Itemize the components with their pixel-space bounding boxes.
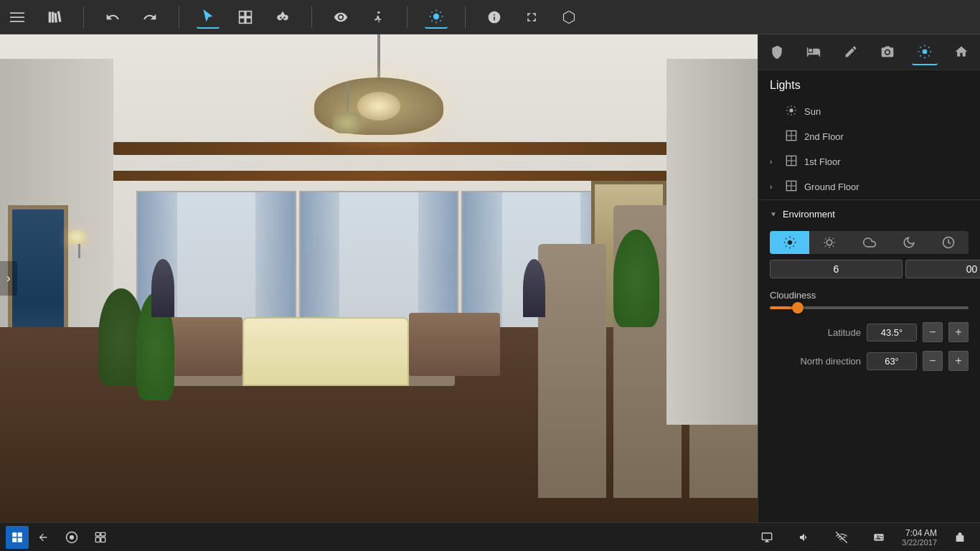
main-area: › Lights	[0, 34, 980, 522]
task-view-button[interactable]	[86, 526, 115, 549]
2nd-floor-label: 2nd Floor	[804, 131, 969, 142]
sun-light-label: Sun	[804, 106, 969, 117]
view-button[interactable]	[329, 6, 352, 29]
svg-rect-5	[54, 13, 57, 23]
svg-rect-8	[246, 11, 252, 17]
viewport[interactable]: ›	[0, 34, 758, 522]
taskbar: 7:04 AM 3/22/2017	[0, 522, 980, 551]
back-button[interactable]	[29, 526, 57, 549]
svg-rect-40	[101, 537, 105, 542]
ceiling-beam-2	[76, 171, 682, 181]
svg-line-19	[432, 20, 433, 21]
sofa	[242, 317, 409, 385]
light-item-ground-floor[interactable]: › Ground Floor	[758, 174, 980, 199]
svg-point-21	[922, 49, 927, 54]
svg-rect-0	[10, 12, 24, 14]
svg-rect-1	[10, 17, 24, 18]
date-display: 3/22/2017	[902, 538, 937, 547]
svg-point-36	[70, 535, 74, 540]
latitude-row: Latitude − +	[758, 318, 980, 347]
camera-tool-btn[interactable]	[875, 39, 900, 65]
sun-button[interactable]	[425, 6, 448, 29]
time-display: 7:04 AM	[902, 528, 937, 538]
cut-button[interactable]	[271, 6, 294, 29]
light-item-2nd-floor[interactable]: 2nd Floor	[758, 124, 980, 149]
lights-section-title: Lights	[758, 70, 980, 99]
environment-header[interactable]: ▼ Environment	[758, 200, 980, 228]
scene-background	[0, 34, 758, 522]
right-panel-toolbar	[758, 34, 980, 70]
furniture-tool-btn[interactable]	[801, 39, 826, 65]
svg-point-12	[433, 13, 439, 19]
paint-tool-btn[interactable]	[838, 39, 864, 65]
ground-floor-label: Ground Floor	[804, 182, 969, 192]
svg-line-15	[432, 11, 433, 12]
time-inputs	[770, 260, 969, 278]
cloudiness-slider[interactable]	[770, 306, 969, 309]
north-direction-input[interactable]	[867, 352, 917, 370]
undo-button[interactable]	[101, 6, 124, 29]
svg-rect-10	[246, 17, 252, 23]
light-item-sun[interactable]: Sun	[758, 99, 980, 124]
start-button[interactable]	[6, 526, 29, 549]
svg-rect-9	[240, 17, 245, 23]
north-minus-btn[interactable]: −	[923, 351, 943, 371]
select-tool-button[interactable]	[197, 6, 220, 29]
1st-floor-light-icon	[786, 155, 797, 169]
latitude-input[interactable]	[867, 324, 917, 342]
north-direction-row: North direction − +	[758, 347, 980, 375]
taskbar-time-date: 7:04 AM 3/22/2017	[902, 528, 937, 547]
toolbar-sep-4	[407, 6, 407, 28]
monitor-icon[interactable]	[753, 526, 781, 549]
dining-chair-3	[538, 244, 606, 498]
chair-1	[166, 317, 242, 376]
latitude-plus-btn[interactable]: +	[948, 322, 969, 342]
notifications-icon[interactable]	[946, 526, 974, 549]
walk-button[interactable]	[367, 6, 390, 29]
svg-rect-7	[240, 11, 245, 17]
north-direction-label: North direction	[770, 356, 861, 367]
toolbar-sep-2	[179, 6, 179, 28]
info-button[interactable]	[483, 6, 506, 29]
svg-rect-4	[52, 11, 54, 22]
network-icon[interactable]	[827, 526, 856, 549]
layout-button[interactable]	[234, 6, 257, 29]
latitude-minus-btn[interactable]: −	[923, 322, 943, 342]
time-minute-input[interactable]	[905, 260, 980, 278]
fullscreen-button[interactable]	[520, 6, 543, 29]
svg-point-11	[377, 11, 380, 13]
chair-2	[409, 313, 500, 376]
cloudiness-thumb[interactable]	[792, 302, 804, 314]
tod-dawn-btn[interactable]	[770, 231, 809, 254]
north-plus-btn[interactable]: +	[948, 351, 969, 371]
svg-point-33	[826, 240, 832, 245]
nav-arrow-left[interactable]: ›	[0, 261, 17, 296]
light-item-1st-floor[interactable]: › 1st Floor	[758, 149, 980, 174]
environment-section: ▼ Environment	[758, 199, 980, 375]
svg-line-20	[440, 11, 440, 12]
library-button[interactable]	[43, 6, 66, 29]
redo-button[interactable]	[138, 6, 161, 29]
tod-clock-btn[interactable]	[929, 231, 969, 254]
floor-lamp-right	[523, 259, 546, 318]
wall-lamp	[68, 230, 90, 258]
menu-button[interactable]	[6, 6, 29, 29]
lamp-shade	[68, 230, 86, 244]
cube-button[interactable]	[557, 6, 580, 29]
keyboard-icon[interactable]	[864, 526, 893, 549]
floor-lamp-left	[151, 259, 174, 318]
cortana-button[interactable]	[57, 526, 86, 549]
tod-cloudy-btn[interactable]	[849, 231, 889, 254]
time-hour-input[interactable]	[770, 260, 903, 278]
lights-tool-btn[interactable]	[912, 39, 938, 65]
volume-icon[interactable]	[790, 526, 819, 549]
sun-light-icon	[786, 105, 797, 118]
svg-rect-2	[10, 21, 24, 22]
svg-point-32	[788, 240, 792, 245]
plant-right	[613, 230, 659, 327]
exterior-tool-btn[interactable]	[948, 39, 974, 65]
tod-day-btn[interactable]	[809, 231, 849, 254]
build-tool-btn[interactable]	[764, 39, 790, 65]
svg-rect-39	[95, 537, 100, 542]
tod-night-btn[interactable]	[889, 231, 928, 254]
